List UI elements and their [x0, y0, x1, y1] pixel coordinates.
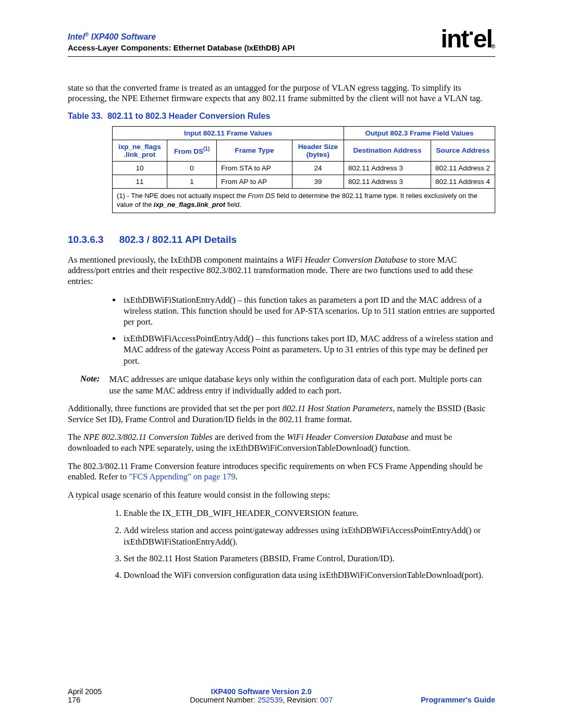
doc-rev-link[interactable]: 007 — [320, 696, 333, 704]
doc-number-link[interactable]: 252539 — [258, 696, 283, 704]
list-item: Set the 802.11 Host Station Parameters (… — [124, 553, 495, 564]
brand-name: Intel — [68, 32, 85, 41]
conversion-table: Input 802.11 Frame Values Output 802.3 F… — [112, 126, 495, 213]
footer-right: Programmer's Guide — [421, 696, 495, 704]
steps-list: Enable the IX_ETH_DB_WIFI_HEADER_CONVERS… — [112, 508, 495, 581]
table-row: 10 0 From STA to AP 24 802.11 Address 3 … — [113, 161, 495, 175]
table-footnote: (1) - The NPE does not actually inspect … — [113, 188, 495, 213]
list-item: Add wireless station and access point/ga… — [124, 525, 495, 548]
doc-subtitle: Access-Layer Components: Ethernet Databa… — [68, 43, 295, 53]
table-title: 802.11 to 802.3 Header Conversion Rules — [107, 112, 270, 120]
col-header-flags: ixp_ne_flags.link_prot — [113, 140, 167, 161]
section-heading: 10.3.6.3 802.3 / 802.11 API Details — [68, 234, 495, 245]
doc-number-line: Document Number: 252539, Revision: 007 — [102, 696, 421, 704]
list-item: Enable the IX_ETH_DB_WIFI_HEADER_CONVERS… — [124, 508, 495, 519]
product-title: Intel® IXP400 Software — [68, 31, 295, 43]
note-text: MAC addresses are unique database keys o… — [109, 374, 495, 396]
col-header-src: Source Address — [431, 140, 495, 161]
col-header-size: Header Size(bytes) — [292, 140, 344, 161]
footer-left: April 2005 176 — [68, 687, 102, 704]
paragraph: As mentioned previously, the IxEthDB com… — [68, 255, 495, 287]
cross-reference-link[interactable]: "FCS Appending" on page 179 — [129, 472, 235, 482]
page-footer: April 2005 176 IXP400 Software Version 2… — [68, 687, 495, 704]
group-header-input: Input 802.11 Frame Values — [113, 126, 344, 140]
list-item: ixEthDBWiFiAccessPointEntryAdd() – this … — [121, 333, 495, 366]
col-header-dest: Destination Address — [344, 140, 431, 161]
paragraph: A typical usage scenario of this feature… — [68, 490, 495, 501]
product-suffix: IXP400 Software — [89, 32, 156, 41]
list-item: Download the WiFi conversion configurati… — [124, 570, 495, 581]
paragraph: The 802.3/802.11 Frame Conversion featur… — [68, 461, 495, 483]
section-title: 802.3 / 802.11 API Details — [119, 234, 237, 245]
page-header: Intel® IXP400 Software Access-Layer Comp… — [68, 31, 495, 56]
software-version: IXP400 Software Version 2.0 — [102, 687, 421, 696]
intel-logo: int.el® — [441, 29, 495, 49]
note-label: Note: — [80, 374, 100, 396]
footer-center: IXP400 Software Version 2.0 Document Num… — [102, 687, 421, 704]
registered-icon: ® — [491, 43, 494, 50]
footer-date: April 2005 — [68, 687, 102, 696]
paragraph: Additionally, three functions are provid… — [68, 403, 495, 425]
section-number: 10.3.6.3 — [68, 234, 104, 245]
col-header-fromds: From DS(1) — [167, 140, 217, 161]
col-header-frametype: Frame Type — [217, 140, 292, 161]
page-number: 176 — [68, 696, 102, 704]
intro-paragraph: state so that the converted frame is tre… — [68, 83, 495, 104]
paragraph: The NPE 802.3/802.11 Conversion Tables a… — [68, 432, 495, 453]
bullet-list: ixEthDBWiFiStationEntryAdd() – this func… — [112, 294, 495, 367]
table-row: 11 1 From AP to AP 39 802.11 Address 3 8… — [113, 175, 495, 188]
header-rule — [68, 56, 495, 57]
table-caption: Table 33. 802.11 to 802.3 Header Convers… — [68, 112, 495, 121]
list-item: ixEthDBWiFiStationEntryAdd() – this func… — [121, 294, 495, 328]
note-block: Note: MAC addresses are unique database … — [80, 374, 495, 396]
table-number: Table 33. — [68, 112, 103, 120]
group-header-output: Output 802.3 Frame Field Values — [344, 126, 495, 140]
